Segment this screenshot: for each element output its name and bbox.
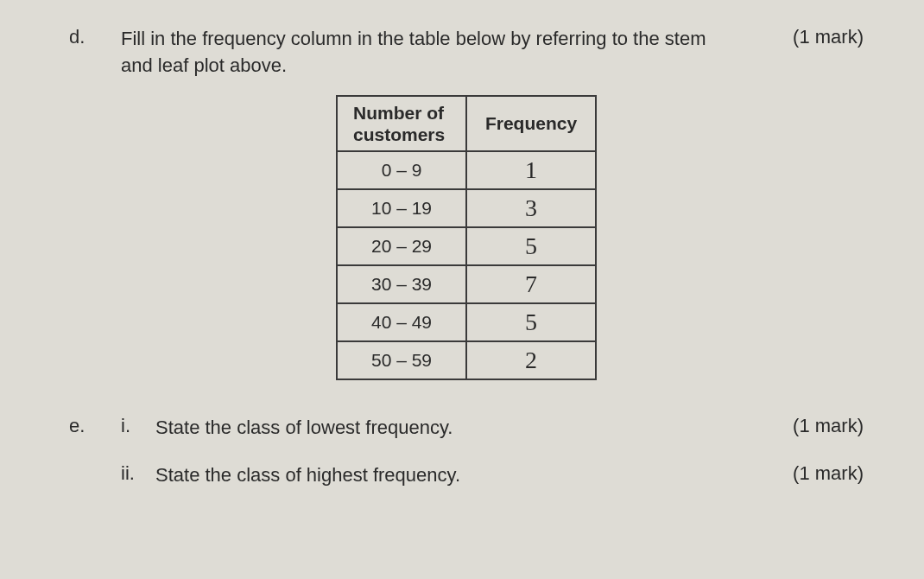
range-cell: 10 – 19: [337, 189, 466, 227]
table-row: 20 – 29 5: [337, 227, 596, 265]
freq-cell: 5: [466, 303, 596, 341]
question-e-ii-text: State the class of highest frequency.: [155, 462, 775, 489]
question-e-ii-label: ii.: [121, 462, 155, 485]
question-d-label: d.: [69, 26, 121, 48]
question-d-text-line1: Fill in the frequency column in the tabl…: [121, 28, 706, 49]
frequency-table: Number of customers Frequency 0 – 9 1 10…: [336, 95, 597, 380]
question-e-label: e.: [69, 415, 121, 437]
table-row: 30 – 39 7: [337, 265, 596, 303]
table-header-frequency: Frequency: [466, 96, 596, 151]
question-e-ii-row: ii. State the class of highest frequency…: [69, 462, 864, 489]
table-row: 0 – 9 1: [337, 151, 596, 189]
table-header-row: Number of customers Frequency: [337, 96, 596, 151]
question-d-row: d. Fill in the frequency column in the t…: [69, 26, 864, 80]
question-d-marks: (1 mark): [793, 26, 864, 48]
table-row: 50 – 59 2: [337, 341, 596, 379]
table-header-customers: Number of customers: [337, 96, 466, 151]
question-d-text-line2: and leaf plot above.: [121, 54, 287, 76]
freq-cell: 1: [466, 151, 596, 189]
range-cell: 20 – 29: [337, 227, 466, 265]
table-row: 10 – 19 3: [337, 189, 596, 227]
table-row: 40 – 49 5: [337, 303, 596, 341]
freq-cell: 5: [466, 227, 596, 265]
range-cell: 30 – 39: [337, 265, 466, 303]
question-e-i-label: i.: [121, 415, 155, 437]
question-e-i-row: e. i. State the class of lowest frequenc…: [69, 415, 864, 442]
range-cell: 50 – 59: [337, 341, 466, 379]
question-d-text: Fill in the frequency column in the tabl…: [121, 26, 775, 80]
freq-cell: 3: [466, 189, 596, 227]
table-header-frequency-text: Frequency: [485, 113, 577, 133]
question-e-block: e. i. State the class of lowest frequenc…: [69, 415, 864, 489]
range-cell: 0 – 9: [337, 151, 466, 189]
frequency-table-wrap: Number of customers Frequency 0 – 9 1 10…: [69, 95, 864, 380]
question-e-i-marks: (1 mark): [793, 415, 864, 437]
question-e-ii-marks: (1 mark): [793, 462, 864, 485]
range-cell: 40 – 49: [337, 303, 466, 341]
question-e-i-text: State the class of lowest frequency.: [155, 415, 775, 442]
freq-cell: 2: [466, 341, 596, 379]
table-header-customers-text: Number of customers: [353, 103, 445, 144]
freq-cell: 7: [466, 265, 596, 303]
